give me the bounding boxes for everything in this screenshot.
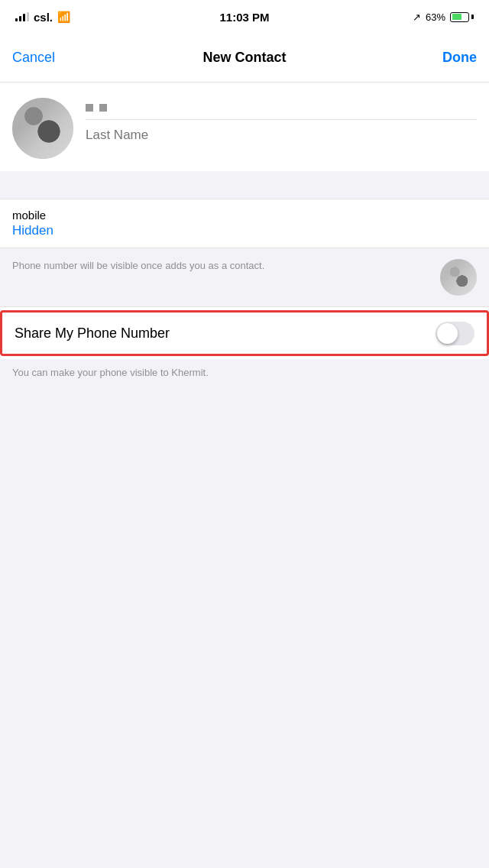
first-name-icon [86, 104, 107, 112]
battery-fill [452, 14, 462, 20]
status-left: csl. 📶 [15, 11, 70, 24]
page-title: New Contact [202, 50, 286, 66]
wifi-icon: 📶 [57, 11, 70, 23]
name-fields [86, 98, 477, 151]
phone-info-text: Phone number will be visible once adds y… [12, 259, 272, 273]
pixel-icon-1 [86, 104, 93, 112]
cancel-button[interactable]: Cancel [12, 50, 55, 66]
toggle-knob [437, 323, 458, 344]
phone-info-section: Phone number will be visible once adds y… [0, 248, 489, 307]
phone-info-avatar [440, 259, 477, 296]
phone-section: mobile Hidden [0, 199, 489, 248]
pixel-icon-2 [99, 104, 107, 112]
signal-bar-2 [19, 16, 21, 21]
location-icon: ↗ [413, 11, 421, 23]
avatar-image [12, 98, 73, 159]
first-name-row [86, 104, 477, 120]
status-time: 11:03 PM [219, 11, 269, 24]
phone-label: mobile [12, 209, 477, 222]
signal-bars-icon [15, 12, 29, 21]
status-bar: csl. 📶 11:03 PM ↗ 63% [0, 0, 489, 34]
share-phone-row: Share My Phone Number [0, 310, 489, 356]
avatar[interactable] [12, 98, 73, 159]
battery-cap [471, 15, 474, 19]
signal-bar-3 [23, 14, 25, 21]
battery-body [450, 12, 469, 22]
navigation-bar: Cancel New Contact Done [0, 34, 489, 83]
share-phone-toggle[interactable] [436, 322, 474, 345]
share-phone-wrapper: Share My Phone Number [0, 307, 489, 359]
share-caption-text: You can make your phone visible to Kherm… [12, 367, 209, 378]
carrier-label: csl. [34, 11, 53, 24]
battery-percent: 63% [426, 11, 445, 23]
share-phone-label: Share My Phone Number [15, 326, 170, 342]
contact-header-section [0, 83, 489, 171]
done-button[interactable]: Done [442, 50, 477, 66]
phone-number-hidden: Hidden [12, 223, 477, 238]
share-caption-section: You can make your phone visible to Kherm… [0, 359, 489, 390]
bottom-area [0, 390, 489, 658]
signal-bar-1 [15, 18, 18, 21]
section-spacer-1 [0, 171, 489, 199]
battery-icon [450, 12, 474, 22]
last-name-input[interactable] [86, 120, 477, 151]
signal-bar-4 [27, 12, 29, 21]
status-right: ↗ 63% [413, 11, 474, 23]
